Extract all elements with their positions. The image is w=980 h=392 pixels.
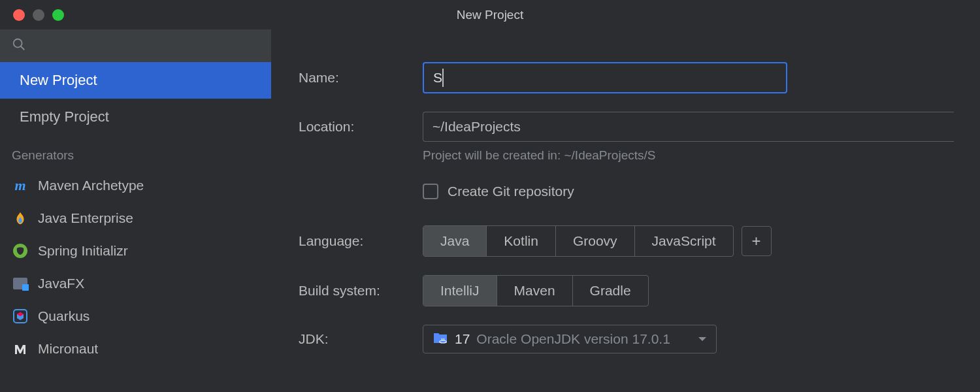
language-groovy[interactable]: Groovy — [556, 226, 635, 256]
language-label: Language: — [299, 233, 423, 249]
javafx-icon — [12, 275, 29, 292]
close-window-button[interactable] — [13, 9, 25, 21]
generator-javafx[interactable]: JavaFX — [0, 267, 271, 300]
flame-icon — [12, 210, 29, 227]
jdk-label: JDK: — [299, 331, 423, 347]
generator-maven-archetype[interactable]: m Maven Archetype — [0, 169, 271, 202]
jdk-description: Oracle OpenJDK version 17.0.1 — [476, 331, 691, 347]
git-checkbox-label: Create Git repository — [448, 184, 574, 199]
language-kotlin[interactable]: Kotlin — [487, 226, 556, 256]
quarkus-icon — [12, 308, 29, 325]
generators-header: Generators — [0, 135, 271, 169]
location-hint: Project will be created in: ~/IdeaProjec… — [423, 148, 954, 163]
generator-label: JavaFX — [38, 276, 84, 291]
generator-java-enterprise[interactable]: Java Enterprise — [0, 202, 271, 235]
jdk-select[interactable]: 17 Oracle OpenJDK version 17.0.1 — [423, 325, 717, 353]
add-language-button[interactable]: + — [742, 226, 772, 256]
build-intellij[interactable]: IntelliJ — [423, 276, 497, 306]
svg-point-0 — [14, 39, 22, 48]
sidebar-item-empty-project[interactable]: Empty Project — [0, 99, 271, 135]
generator-spring-initializr[interactable]: Spring Initializr — [0, 235, 271, 267]
search-bar[interactable] — [0, 29, 271, 62]
spring-icon — [12, 242, 29, 259]
titlebar: New Project — [0, 0, 980, 29]
maximize-window-button[interactable] — [52, 9, 64, 21]
jdk-version: 17 — [455, 331, 470, 347]
generator-label: Spring Initializr — [38, 243, 128, 259]
language-java[interactable]: Java — [423, 226, 487, 256]
build-gradle[interactable]: Gradle — [573, 276, 648, 306]
content-area: New Project Empty Project Generators m M… — [0, 29, 980, 392]
git-checkbox[interactable] — [423, 184, 438, 199]
language-button-group: Java Kotlin Groovy JavaScript — [423, 225, 734, 257]
window-title: New Project — [457, 8, 523, 22]
jdk-folder-icon — [433, 331, 448, 347]
traffic-lights — [13, 9, 64, 21]
language-row: Language: Java Kotlin Groovy JavaScript … — [299, 225, 954, 257]
generator-quarkus[interactable]: Quarkus — [0, 300, 271, 333]
sidebar-item-new-project[interactable]: New Project — [0, 62, 271, 99]
main-panel: Name: Location: Project will be created … — [271, 29, 980, 392]
micronaut-icon — [12, 340, 29, 357]
git-checkbox-row: Create Git repository — [423, 184, 954, 199]
build-system-row: Build system: IntelliJ Maven Gradle — [299, 275, 954, 306]
jdk-row: JDK: 17 Oracle OpenJDK version 17.0.1 — [299, 325, 954, 353]
name-input[interactable] — [423, 62, 787, 93]
svg-line-1 — [21, 46, 25, 50]
generator-label: Quarkus — [38, 308, 90, 324]
location-row: Location: — [299, 112, 954, 142]
location-label: Location: — [299, 119, 423, 135]
build-system-button-group: IntelliJ Maven Gradle — [423, 275, 649, 306]
generator-label: Micronaut — [38, 341, 98, 357]
generator-label: Maven Archetype — [38, 178, 144, 193]
search-icon — [12, 37, 26, 54]
location-input[interactable] — [423, 112, 954, 142]
name-label: Name: — [299, 70, 423, 86]
chevron-down-icon — [698, 333, 707, 345]
sidebar-item-label: New Project — [20, 72, 97, 89]
language-javascript[interactable]: JavaScript — [635, 226, 733, 256]
sidebar: New Project Empty Project Generators m M… — [0, 29, 271, 392]
minimize-window-button[interactable] — [33, 9, 44, 21]
generator-label: Java Enterprise — [38, 210, 133, 226]
generator-micronaut[interactable]: Micronaut — [0, 333, 271, 365]
maven-icon: m — [12, 177, 29, 194]
text-caret — [442, 69, 444, 87]
build-maven[interactable]: Maven — [497, 276, 573, 306]
name-row: Name: — [299, 62, 954, 93]
sidebar-item-label: Empty Project — [20, 108, 109, 125]
build-system-label: Build system: — [299, 283, 423, 299]
